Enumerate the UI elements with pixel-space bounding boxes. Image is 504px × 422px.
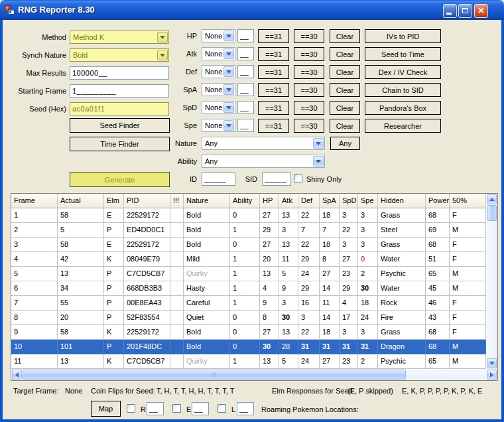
column-header-[interactable]: !!! xyxy=(170,194,184,208)
table-cell[interactable]: Grass xyxy=(378,208,426,223)
iv-hp-eq30-button[interactable]: ==30 xyxy=(294,29,324,43)
map-button[interactable]: Map xyxy=(91,401,121,417)
table-cell[interactable] xyxy=(170,223,184,238)
table-cell[interactable] xyxy=(170,354,184,369)
table-cell[interactable]: 27 xyxy=(320,267,340,281)
table-cell[interactable]: 68 xyxy=(426,208,450,223)
table-cell[interactable]: 4 xyxy=(340,296,358,311)
table-cell[interactable]: F xyxy=(450,238,486,252)
table-cell[interactable]: 27 xyxy=(260,325,279,340)
roaming-e-checkbox[interactable] xyxy=(172,404,181,413)
iv-spd-combo[interactable]: None xyxy=(202,101,235,114)
table-cell[interactable]: 29 xyxy=(298,252,320,267)
starting-frame-input[interactable] xyxy=(70,84,169,98)
nature-any-button[interactable]: Any xyxy=(330,137,360,150)
table-row[interactable]: 358E22529172Bold02713221833Grass68F xyxy=(11,238,486,252)
scroll-down-icon[interactable] xyxy=(487,358,497,368)
table-cell[interactable]: 34 xyxy=(58,281,104,296)
iv-spe-clear-button[interactable]: Clear xyxy=(330,119,360,133)
table-cell[interactable]: K xyxy=(104,325,124,340)
ivs-to-pid-button[interactable]: IVs to PID xyxy=(365,29,441,43)
iv-def-eq31-button[interactable]: ==31 xyxy=(258,65,289,79)
iv-hp-clear-button[interactable]: Clear xyxy=(330,29,360,43)
table-cell[interactable]: Careful xyxy=(184,296,230,311)
table-cell[interactable]: 14 xyxy=(320,311,340,325)
table-row[interactable]: 820P52F83554Quiet08303141724Fire43F xyxy=(11,311,486,325)
ability-combo[interactable]: Any xyxy=(202,155,325,168)
table-cell[interactable]: 13 xyxy=(260,354,279,369)
table-cell[interactable]: 18 xyxy=(320,208,340,223)
table-cell[interactable]: 22529172 xyxy=(124,238,170,252)
table-cell[interactable]: 1 xyxy=(230,354,260,369)
table-cell[interactable]: 69 xyxy=(426,223,450,238)
table-cell[interactable]: Fire xyxy=(378,311,426,325)
iv-spd-eq31-button[interactable]: ==31 xyxy=(258,101,289,115)
table-cell[interactable] xyxy=(170,311,184,325)
table-cell[interactable]: 13 xyxy=(279,238,298,252)
table-cell[interactable]: Psychic xyxy=(378,354,426,369)
chain-to-sid-button[interactable]: Chain to SID xyxy=(365,83,441,97)
horizontal-scrollbar[interactable] xyxy=(11,369,497,380)
table-cell[interactable]: 52F83554 xyxy=(124,311,170,325)
table-cell[interactable]: 27 xyxy=(260,208,279,223)
table-cell[interactable]: 13 xyxy=(279,208,298,223)
id-input[interactable] xyxy=(202,173,235,186)
table-cell[interactable]: 65 xyxy=(426,267,450,281)
table-cell[interactable]: 28 xyxy=(279,340,298,354)
table-cell[interactable]: 55 xyxy=(58,296,104,311)
roaming-e-input[interactable] xyxy=(192,402,209,415)
column-header-pid[interactable]: PID xyxy=(124,194,170,208)
table-cell[interactable]: Bold xyxy=(184,340,230,354)
table-cell[interactable]: 4 xyxy=(11,252,58,267)
table-cell[interactable]: E xyxy=(104,238,124,252)
nature-combo[interactable]: Any xyxy=(202,137,325,150)
iv-def-clear-button[interactable]: Clear xyxy=(330,65,360,79)
table-row[interactable]: 1113KC7CD5CB7Quirky11352427232Psychic65M xyxy=(11,354,486,369)
column-header-nature[interactable]: Nature xyxy=(184,194,230,208)
table-cell[interactable] xyxy=(170,296,184,311)
column-header-elm[interactable]: Elm xyxy=(104,194,124,208)
table-cell[interactable]: 3 xyxy=(358,325,378,340)
table-cell[interactable]: 42 xyxy=(58,252,104,267)
table-cell[interactable]: 2 xyxy=(11,223,58,238)
dropdown-arrow-icon[interactable] xyxy=(223,66,234,77)
table-cell[interactable]: 11 xyxy=(11,354,58,369)
table-cell[interactable]: Bold xyxy=(184,325,230,340)
table-cell[interactable]: 22 xyxy=(340,223,358,238)
table-row[interactable]: 634P668DB3B3Hasty14929142930Water45M xyxy=(11,281,486,296)
table-cell[interactable]: Psychic xyxy=(378,267,426,281)
table-cell[interactable]: 24 xyxy=(298,267,320,281)
table-cell[interactable]: 68 xyxy=(426,325,450,340)
scroll-left-icon[interactable] xyxy=(12,370,22,380)
table-row[interactable]: 755P00E8EA43Careful1931611418Rock46F xyxy=(11,296,486,311)
table-cell[interactable]: 7 xyxy=(11,296,58,311)
table-cell[interactable]: 3 xyxy=(358,208,378,223)
table-cell[interactable]: 3 xyxy=(358,223,378,238)
iv-hp-input[interactable] xyxy=(237,29,254,42)
table-cell[interactable]: P xyxy=(104,296,124,311)
roaming-r-checkbox[interactable] xyxy=(127,404,135,413)
iv-atk-clear-button[interactable]: Clear xyxy=(330,47,360,61)
dropdown-arrow-icon[interactable] xyxy=(223,31,234,41)
table-cell[interactable]: 13 xyxy=(58,354,104,369)
table-cell[interactable]: 1 xyxy=(230,252,260,267)
iv-spa-eq30-button[interactable]: ==30 xyxy=(294,83,324,97)
table-cell[interactable]: 18 xyxy=(320,325,340,340)
column-header-spe[interactable]: Spe xyxy=(358,194,378,208)
iv-def-input[interactable] xyxy=(237,65,254,78)
table-cell[interactable]: P xyxy=(104,340,124,354)
column-header-atk[interactable]: Atk xyxy=(279,194,298,208)
table-cell[interactable]: Quirky xyxy=(184,267,230,281)
iv-atk-eq30-button[interactable]: ==30 xyxy=(294,47,324,61)
table-cell[interactable]: 101 xyxy=(58,340,104,354)
column-header-hp[interactable]: HP xyxy=(260,194,279,208)
table-cell[interactable]: 3 xyxy=(340,325,358,340)
iv-spe-combo[interactable]: None xyxy=(202,119,235,132)
table-cell[interactable]: 16 xyxy=(298,296,320,311)
table-cell[interactable] xyxy=(170,281,184,296)
iv-hp-combo[interactable]: None xyxy=(202,29,235,42)
table-cell[interactable] xyxy=(170,208,184,223)
column-header-def[interactable]: Def xyxy=(298,194,320,208)
column-header-50[interactable]: 50% xyxy=(450,194,486,208)
table-cell[interactable]: 29 xyxy=(260,223,279,238)
